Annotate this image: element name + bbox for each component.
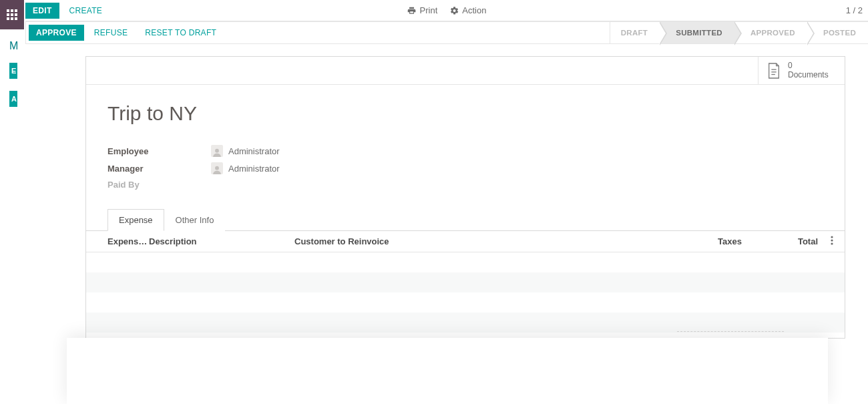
svg-rect-4: [11, 13, 13, 16]
manager-name: Administrator: [228, 164, 280, 174]
print-button[interactable]: Print: [407, 5, 438, 15]
svg-point-16: [831, 242, 833, 244]
tab-other-info[interactable]: Other Info: [164, 209, 226, 231]
employee-value[interactable]: Administrator: [211, 145, 280, 157]
paidby-label: Paid By: [107, 180, 211, 190]
svg-rect-5: [15, 13, 17, 16]
action-button[interactable]: Action: [449, 5, 486, 15]
refuse-button[interactable]: REFUSE: [87, 25, 135, 41]
svg-point-15: [831, 239, 833, 241]
svg-rect-8: [15, 17, 17, 20]
table-body: [86, 252, 845, 333]
svg-rect-7: [11, 17, 13, 20]
col-customer[interactable]: Customer to Reinvoice: [294, 236, 608, 246]
svg-point-13: [215, 166, 219, 170]
reset-to-draft-button[interactable]: RESET TO DRAFT: [138, 25, 224, 41]
svg-point-14: [831, 236, 833, 238]
table-row[interactable]: [86, 292, 845, 313]
columns-menu[interactable]: [827, 236, 837, 247]
control-toolbar: EDIT CREATE Print Action 1 / 2: [25, 0, 868, 21]
kebab-icon: [831, 236, 833, 245]
documents-button[interactable]: 0 Documents: [758, 57, 845, 84]
left-remnant-badge-1: E: [9, 63, 17, 79]
left-remnant-badge-2: A: [9, 91, 17, 107]
status-bar: DRAFT SUBMITTED APPROVED POSTED: [610, 22, 868, 43]
form-sheet: 0 Documents Trip to NY Employee Administ…: [85, 56, 845, 339]
status-submitted[interactable]: SUBMITTED: [660, 22, 734, 43]
manager-value[interactable]: Administrator: [211, 162, 280, 174]
table-row[interactable]: [86, 252, 845, 272]
table-header: Expense Date Description Customer to Rei…: [86, 231, 845, 252]
print-label: Print: [420, 5, 438, 15]
apps-grid-icon: [7, 9, 17, 20]
svg-rect-0: [7, 9, 9, 12]
document-icon: [767, 62, 781, 79]
pager[interactable]: 1 / 2: [846, 5, 863, 15]
col-expense-date[interactable]: Expense Date: [107, 236, 149, 246]
action-label: Action: [462, 5, 486, 15]
col-total[interactable]: Total: [742, 236, 827, 246]
manager-label: Manager: [107, 164, 211, 174]
avatar-icon: [211, 162, 223, 174]
approve-button[interactable]: APPROVE: [29, 25, 84, 41]
print-icon: [407, 6, 417, 15]
edit-button[interactable]: EDIT: [25, 3, 59, 19]
table-row[interactable]: [86, 313, 845, 333]
svg-rect-6: [7, 17, 9, 20]
documents-count: 0: [788, 61, 829, 71]
tab-bar: Expense Other Info: [86, 208, 845, 231]
status-posted[interactable]: POSTED: [807, 22, 868, 43]
svg-rect-1: [11, 9, 13, 12]
create-button[interactable]: CREATE: [62, 3, 110, 19]
button-box: 0 Documents: [86, 57, 845, 85]
gear-icon: [449, 6, 459, 15]
svg-rect-2: [15, 9, 17, 12]
documents-label: Documents: [788, 71, 829, 80]
svg-point-12: [215, 149, 219, 153]
avatar-icon: [211, 145, 223, 157]
table-row[interactable]: [86, 272, 845, 292]
apps-launcher[interactable]: [0, 0, 24, 29]
status-draft[interactable]: DRAFT: [610, 22, 660, 43]
record-title: Trip to NY: [107, 102, 823, 125]
svg-rect-3: [7, 13, 9, 16]
col-taxes[interactable]: Taxes: [608, 236, 742, 246]
tab-expense[interactable]: Expense: [107, 209, 164, 231]
attachment-panel: [67, 338, 828, 404]
dashed-divider: [677, 331, 784, 332]
status-approved[interactable]: APPROVED: [734, 22, 807, 43]
workflow-toolbar: APPROVE REFUSE RESET TO DRAFT DRAFT SUBM…: [25, 21, 868, 44]
employee-label: Employee: [107, 146, 211, 156]
col-description[interactable]: Description: [149, 236, 294, 246]
left-remnant-letter: M: [9, 40, 18, 52]
employee-name: Administrator: [228, 146, 280, 156]
